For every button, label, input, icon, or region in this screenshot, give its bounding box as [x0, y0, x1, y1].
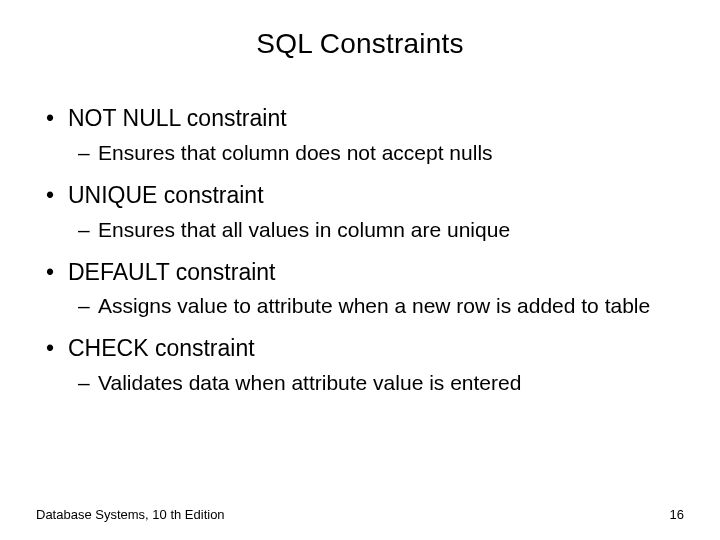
page-number: 16: [670, 507, 684, 522]
slide-content: NOT NULL constraint Ensures that column …: [36, 104, 684, 397]
bullet-item: DEFAULT constraint: [44, 258, 684, 288]
footer-source: Database Systems, 10 th Edition: [36, 507, 225, 522]
slide-title: SQL Constraints: [36, 28, 684, 60]
slide-footer: Database Systems, 10 th Edition 16: [36, 507, 684, 522]
sub-item: Assigns value to attribute when a new ro…: [44, 293, 684, 320]
sub-item: Ensures that all values in column are un…: [44, 217, 684, 244]
sub-item: Validates data when attribute value is e…: [44, 370, 684, 397]
bullet-item: CHECK constraint: [44, 334, 684, 364]
bullet-item: UNIQUE constraint: [44, 181, 684, 211]
bullet-item: NOT NULL constraint: [44, 104, 684, 134]
sub-item: Ensures that column does not accept null…: [44, 140, 684, 167]
